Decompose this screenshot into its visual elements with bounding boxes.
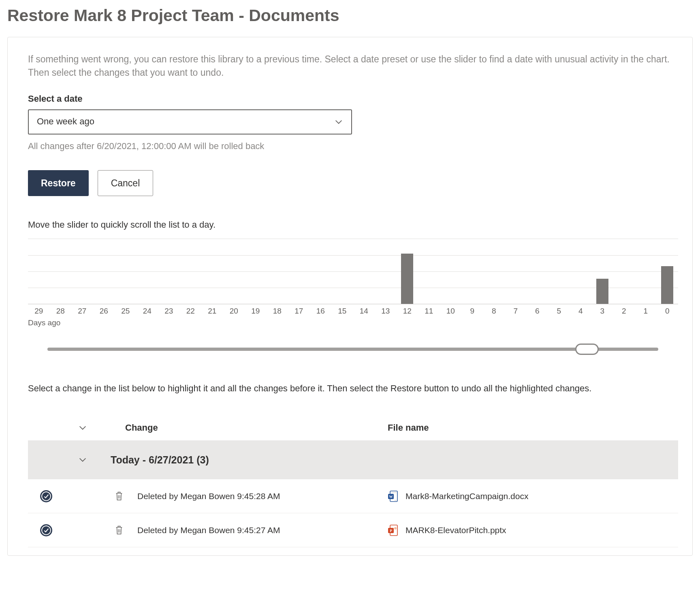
group-header[interactable]: Today - 6/27/2021 (3) (28, 440, 678, 479)
col-change-header[interactable]: Change (101, 422, 384, 434)
group-label: Today - 6/27/2021 (3) (101, 453, 209, 467)
chart-bar (661, 266, 673, 304)
chart-tick: 24 (137, 306, 158, 317)
trash-icon (114, 525, 124, 536)
chart-tick: 13 (375, 306, 397, 317)
chart-tick: 11 (418, 306, 440, 317)
word-file-icon: W (388, 490, 398, 502)
chart-tick: 16 (310, 306, 332, 317)
restore-panel: If something went wrong, you can restore… (7, 37, 693, 556)
table-row[interactable]: Deleted by Megan Bowen 9:45:28 AMWMark8-… (28, 479, 678, 513)
file-name: Mark8-MarketingCampaign.docx (405, 490, 528, 502)
intro-text: If something went wrong, you can restore… (28, 53, 672, 79)
change-text: Deleted by Megan Bowen 9:45:27 AM (137, 524, 384, 536)
activity-bar-chart (28, 239, 678, 304)
expand-all-icon[interactable] (78, 423, 87, 432)
col-filename-header[interactable]: File name (384, 422, 678, 434)
day-slider[interactable] (47, 348, 658, 351)
trash-icon (114, 491, 124, 502)
row-selected-icon[interactable] (40, 490, 52, 502)
chart-x-axis: 2928272625242322212019181716151413121110… (28, 306, 678, 317)
chart-x-label: Days ago (28, 318, 672, 329)
list-instruction: Select a change in the list below to hig… (28, 382, 652, 395)
table-header: Change File name (28, 415, 678, 440)
svg-text:P: P (390, 529, 392, 533)
page-title: Restore Mark 8 Project Team - Documents (7, 4, 693, 27)
chevron-down-icon (78, 455, 87, 464)
slider-instruction: Move the slider to quickly scroll the li… (28, 219, 672, 231)
date-select-value: One week ago (37, 115, 94, 128)
chart-tick: 2 (613, 306, 635, 317)
svg-point-8 (394, 527, 397, 529)
chevron-down-icon (334, 117, 343, 126)
chart-tick: 7 (505, 306, 527, 317)
chart-tick: 23 (158, 306, 180, 317)
chart-tick: 21 (201, 306, 223, 317)
cancel-button[interactable]: Cancel (98, 170, 154, 196)
restore-button[interactable]: Restore (28, 170, 89, 196)
table-row[interactable]: Deleted by Megan Bowen 9:45:27 AMPMARK8-… (28, 513, 678, 547)
chart-tick: 18 (267, 306, 288, 317)
chart-tick: 0 (657, 306, 679, 317)
chart-tick: 22 (180, 306, 202, 317)
chart-bar (596, 279, 608, 304)
chart-tick: 25 (115, 306, 137, 317)
powerpoint-file-icon: P (388, 524, 398, 536)
chart-tick: 6 (527, 306, 548, 317)
chart-tick: 17 (288, 306, 310, 317)
chart-tick: 12 (397, 306, 418, 317)
chart-tick: 20 (223, 306, 245, 317)
chart-tick: 14 (353, 306, 375, 317)
slider-thumb[interactable] (575, 344, 599, 355)
chart-tick: 28 (50, 306, 72, 317)
chart-tick: 27 (71, 306, 93, 317)
date-select[interactable]: One week ago (28, 109, 352, 134)
chart-tick: 4 (570, 306, 592, 317)
chart-tick: 9 (461, 306, 483, 317)
chart-tick: 15 (331, 306, 353, 317)
changes-table: Change File name Today - 6/27/2021 (3)De… (28, 415, 678, 547)
chart-tick: 3 (591, 306, 613, 317)
change-text: Deleted by Megan Bowen 9:45:28 AM (137, 490, 384, 502)
file-name: MARK8-ElevatorPitch.pptx (405, 524, 506, 536)
chart-bar (401, 254, 413, 304)
rollback-hint: All changes after 6/20/2021, 12:00:00 AM… (28, 140, 672, 153)
chart-tick: 8 (483, 306, 505, 317)
chart-tick: 10 (440, 306, 462, 317)
chart-tick: 5 (548, 306, 570, 317)
row-selected-icon[interactable] (40, 524, 52, 536)
chart-tick: 19 (245, 306, 267, 317)
chart-tick: 26 (93, 306, 115, 317)
svg-text:W: W (389, 495, 393, 499)
select-date-label: Select a date (28, 93, 672, 105)
chart-tick: 1 (635, 306, 657, 317)
chart-tick: 29 (28, 306, 50, 317)
